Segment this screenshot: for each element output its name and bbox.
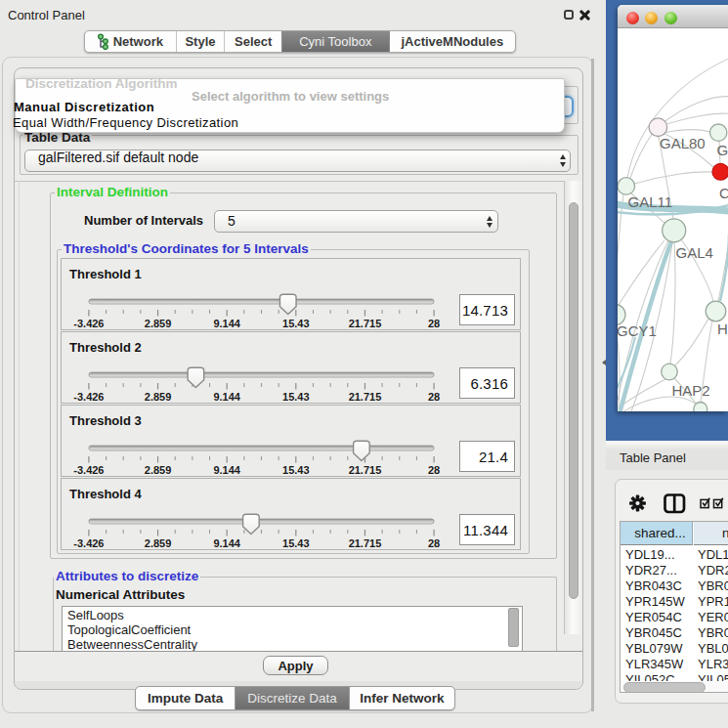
svg-text:21.715: 21.715 [349,318,382,329]
svg-text:9.144: 9.144 [213,464,240,476]
svg-text:15.43: 15.43 [282,537,310,549]
svg-text:GAL11: GAL11 [628,193,673,210]
svg-text:28: 28 [428,464,440,476]
svg-text:28: 28 [428,318,440,329]
svg-text:GAL80: GAL80 [660,135,706,151]
svg-text:28: 28 [428,391,440,403]
svg-text:2.859: 2.859 [145,318,172,329]
svg-text:15.43: 15.43 [282,391,310,403]
svg-text:GCY1: GCY1 [618,322,657,339]
svg-text:HAP2: HAP2 [672,382,710,399]
svg-text:9.144: 9.144 [213,391,240,403]
svg-text:21.715: 21.715 [349,537,382,549]
svg-text:9.144: 9.144 [213,537,240,549]
svg-text:9.144: 9.144 [213,318,240,329]
svg-text:15.43: 15.43 [282,318,310,329]
svg-text:C: C [719,185,728,201]
svg-text:GAL4: GAL4 [676,244,713,261]
svg-text:28: 28 [428,537,440,549]
svg-text:-3.426: -3.426 [73,464,104,476]
svg-text:-3.426: -3.426 [73,537,104,549]
svg-text:-3.426: -3.426 [73,318,104,329]
svg-text:-3.426: -3.426 [73,391,104,403]
svg-text:21.715: 21.715 [349,391,382,403]
svg-text:15.43: 15.43 [282,464,310,476]
svg-text:2.859: 2.859 [145,464,172,476]
svg-text:GA: GA [717,142,728,158]
svg-text:2.859: 2.859 [145,391,172,403]
svg-text:2.859: 2.859 [145,537,172,549]
svg-text:21.715: 21.715 [349,464,382,476]
svg-text:H: H [717,321,728,337]
